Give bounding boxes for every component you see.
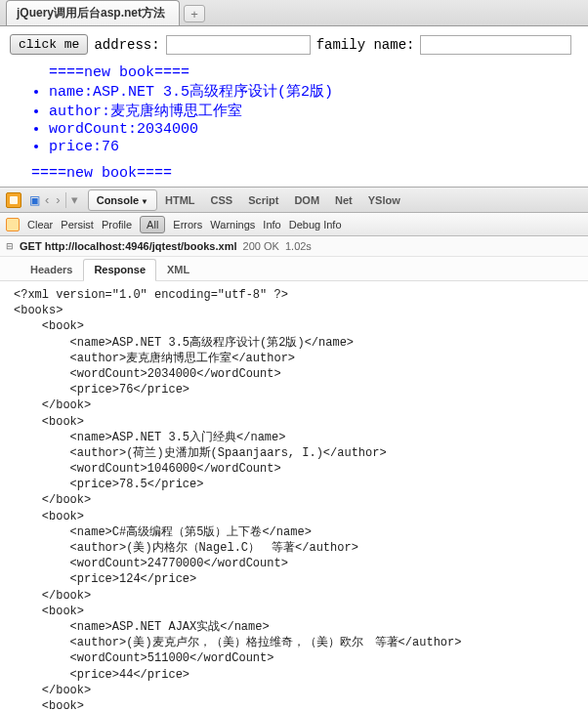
request-row[interactable]: ⊟ GET http://localhost:4946/jqtest/books… bbox=[0, 236, 588, 257]
subtab-headers[interactable]: Headers bbox=[20, 259, 83, 280]
list-item: price:76 bbox=[49, 139, 578, 155]
forward-icon[interactable]: › bbox=[54, 192, 62, 207]
new-tab-button[interactable]: + bbox=[184, 5, 205, 22]
console-toolbar: Clear Persist Profile All Errors Warning… bbox=[0, 213, 588, 236]
separator-bottom: ====new book==== bbox=[31, 165, 578, 182]
btn-persist[interactable]: Persist bbox=[61, 219, 94, 230]
btn-warnings[interactable]: Warnings bbox=[210, 219, 255, 230]
list-item: name:ASP.NET 3.5高级程序设计(第2版) bbox=[49, 82, 578, 101]
btn-clear[interactable]: Clear bbox=[27, 219, 53, 230]
book-list: name:ASP.NET 3.5高级程序设计(第2版) author:麦克唐纳博… bbox=[10, 82, 578, 182]
divider bbox=[65, 192, 66, 208]
request-summary: GET http://localhost:4946/jqtest/books.x… bbox=[20, 240, 237, 252]
page-content: click me address: family name: ====new b… bbox=[0, 26, 588, 187]
btn-profile[interactable]: Profile bbox=[102, 219, 132, 230]
tab-console[interactable]: Console▼ bbox=[88, 189, 157, 211]
btn-info[interactable]: Info bbox=[263, 219, 280, 230]
break-icon[interactable] bbox=[6, 218, 20, 231]
dropdown-icon[interactable]: ▾ bbox=[69, 192, 80, 207]
separator-top: ====new book==== bbox=[49, 64, 578, 81]
btn-errors[interactable]: Errors bbox=[173, 219, 202, 230]
address-input[interactable] bbox=[166, 35, 311, 55]
subtab-response[interactable]: Response bbox=[83, 259, 156, 281]
list-item: wordCount:2034000 bbox=[49, 121, 578, 138]
response-sub-tabs: Headers Response XML bbox=[0, 257, 588, 281]
minus-icon[interactable]: ⊟ bbox=[6, 241, 14, 251]
click-me-button[interactable]: click me bbox=[10, 34, 88, 55]
inspect-icon[interactable]: ▣ bbox=[29, 193, 40, 207]
family-name-label: family name: bbox=[316, 37, 415, 53]
devtools: ▣ ‹ › ▾ Console▼ HTML CSS Script DOM Net… bbox=[0, 187, 588, 711]
list-item: author:麦克唐纳博思工作室 bbox=[49, 102, 578, 120]
tab-dom[interactable]: DOM bbox=[286, 190, 327, 210]
btn-all[interactable]: All bbox=[140, 216, 165, 233]
subtab-xml[interactable]: XML bbox=[156, 259, 200, 280]
tab-css[interactable]: CSS bbox=[203, 190, 241, 210]
back-icon[interactable]: ‹ bbox=[43, 192, 51, 207]
browser-tab-bar: jQuery调用后台asp.net方法 + bbox=[0, 0, 588, 26]
tab-html[interactable]: HTML bbox=[157, 190, 203, 210]
tab-net[interactable]: Net bbox=[327, 190, 360, 210]
browser-tab-active[interactable]: jQuery调用后台asp.net方法 bbox=[6, 0, 180, 25]
tab-yslow[interactable]: YSlow bbox=[360, 190, 408, 210]
request-status: 200 OK 1.02s bbox=[243, 240, 312, 252]
devtools-toolbar: ▣ ‹ › ▾ Console▼ HTML CSS Script DOM Net… bbox=[0, 188, 588, 213]
tab-script[interactable]: Script bbox=[240, 190, 286, 210]
devtools-main-tabs: Console▼ HTML CSS Script DOM Net YSlow bbox=[88, 189, 408, 211]
firebug-icon[interactable] bbox=[6, 192, 21, 208]
btn-debug-info[interactable]: Debug Info bbox=[289, 219, 342, 230]
response-body: <?xml version="1.0" encoding="utf-8" ?> … bbox=[0, 281, 588, 711]
family-name-input[interactable] bbox=[420, 35, 571, 55]
address-label: address: bbox=[94, 37, 159, 53]
